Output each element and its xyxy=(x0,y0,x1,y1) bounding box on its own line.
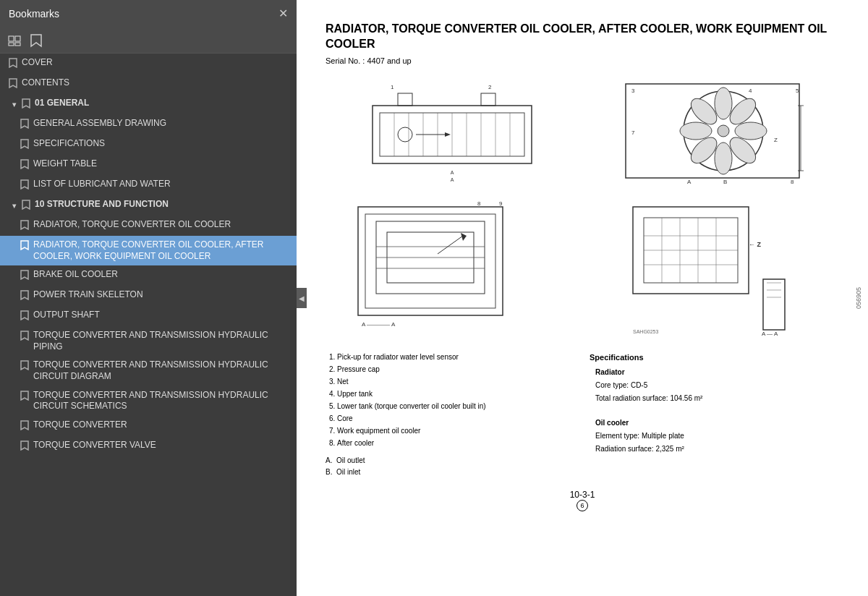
close-button[interactable]: ✕ xyxy=(278,8,288,20)
sidebar-item-label-radiator-torque-2: RADIATOR, TORQUE CONVERTER OIL COOLER, A… xyxy=(33,239,291,262)
svg-marker-23 xyxy=(445,132,451,137)
side-code: 056905 xyxy=(855,287,862,309)
svg-text:A: A xyxy=(451,170,454,175)
spec-oil-cooler: Oil cooler Element type: Multiple plate … xyxy=(590,417,839,455)
sidebar-item-torque-circuit-schematics[interactable]: TORQUE CONVERTER AND TRANSMISSION HYDRAU… xyxy=(0,386,297,416)
svg-text:5: 5 xyxy=(796,88,799,94)
sidebar-item-label-torque-converter: TORQUE CONVERTER xyxy=(33,420,291,431)
parts-list-item: Pressure cap xyxy=(337,364,575,375)
sidebar-item-contents[interactable]: CONTENTS xyxy=(0,74,297,94)
sidebar-item-brake-oil-cooler[interactable]: BRAKE OIL COOLER xyxy=(0,265,297,286)
expand-arrow-general: ▾ xyxy=(9,99,19,109)
sidebar-item-label-torque-hydraulic-piping: TORQUE CONVERTER AND TRANSMISSION HYDRAU… xyxy=(33,330,291,352)
sidebar-item-radiator-torque-2[interactable]: RADIATOR, TORQUE CONVERTER OIL COOLER, A… xyxy=(0,236,297,265)
sidebar: Bookmarks ✕ xyxy=(0,0,297,596)
parts-list-item: Upper tank xyxy=(337,388,575,400)
sidebar-item-lubricant-water[interactable]: LIST OF LUBRICANT AND WATER xyxy=(0,175,297,195)
svg-text:A — A: A — A xyxy=(762,331,778,337)
sidebar-item-radiator-torque-1[interactable]: RADIATOR, TORQUE CONVERTER OIL COOLER xyxy=(0,216,297,236)
content-panel: RADIATOR, TORQUE CONVERTER OIL COOLER, A… xyxy=(297,0,868,596)
diagram-top-right: 3 4 5 7 A B 8 Z xyxy=(586,77,839,192)
sidebar-item-cover[interactable]: COVER xyxy=(0,54,297,74)
sidebar-section-01-general[interactable]: ▾ 01 GENERAL xyxy=(0,94,297,114)
collapse-sidebar-button[interactable]: ◀ xyxy=(297,288,307,308)
parts-list-item: Core xyxy=(337,413,575,425)
svg-text:A: A xyxy=(687,179,692,185)
sidebar-content[interactable]: COVER CONTENTS ▾ 01 GENERAL GENERAL ASSE… xyxy=(0,54,297,596)
svg-text:2: 2 xyxy=(488,84,492,90)
svg-text:4: 4 xyxy=(749,88,752,94)
svg-point-26 xyxy=(715,88,732,119)
svg-text:7: 7 xyxy=(631,129,635,136)
diagram-top-left: 1 2 A A xyxy=(326,77,579,192)
sidebar-item-label-torque-circuit-diagram: TORQUE CONVERTER AND TRANSMISSION HYDRAU… xyxy=(33,359,291,382)
svg-text:1: 1 xyxy=(391,84,394,90)
sidebar-item-torque-circuit-diagram[interactable]: TORQUE CONVERTER AND TRANSMISSION HYDRAU… xyxy=(0,356,297,386)
bookmark-view-icon[interactable] xyxy=(27,32,45,49)
spec-oil-cooler-element: Element type: Multiple plate xyxy=(590,430,839,442)
svg-text:A  ————  A: A ———— A xyxy=(362,321,396,328)
parts-list-item: Net xyxy=(337,376,575,388)
label-A: A. Oil outlet xyxy=(326,455,575,467)
spec-oil-cooler-radiation: Radiation surface: 2,325 m² xyxy=(590,443,839,455)
spec-radiator-core: Core type: CD-5 xyxy=(590,380,839,391)
expand-arrow-structure: ▾ xyxy=(9,200,19,210)
sidebar-item-label-cover: COVER xyxy=(22,57,291,69)
serial-number: Serial No. : 4407 and up xyxy=(326,56,839,65)
diagram-bottom-left: 8 9 A ———— A xyxy=(326,200,579,337)
svg-text:SAHG0253: SAHG0253 xyxy=(633,329,659,334)
sidebar-item-label-torque-circuit-schematics: TORQUE CONVERTER AND TRANSMISSION HYDRAU… xyxy=(33,390,291,412)
svg-rect-2 xyxy=(9,43,14,46)
svg-rect-16 xyxy=(481,93,495,106)
sidebar-item-general-assembly[interactable]: GENERAL ASSEMBLY DRAWING xyxy=(0,114,297,135)
sidebar-item-torque-converter[interactable]: TORQUE CONVERTER xyxy=(0,416,297,436)
sidebar-item-label-lubricant-water: LIST OF LUBRICANT AND WATER xyxy=(33,179,291,190)
svg-text:B: B xyxy=(723,179,727,185)
spec-title: Specifications xyxy=(590,352,839,365)
parts-list-item: Lower tank (torque converter oil cooler … xyxy=(337,401,575,412)
svg-point-30 xyxy=(715,142,732,174)
diagrams-grid: 1 2 A A xyxy=(326,77,839,337)
main-container: Bookmarks ✕ xyxy=(0,0,868,596)
specifications-section: Specifications Radiator Core type: CD-5 … xyxy=(590,352,839,478)
svg-rect-1 xyxy=(15,36,20,41)
sidebar-header: Bookmarks ✕ xyxy=(0,0,297,27)
sidebar-item-weight-table[interactable]: WEIGHT TABLE xyxy=(0,155,297,175)
sidebar-item-label-contents: CONTENTS xyxy=(22,77,291,89)
sidebar-item-label-radiator-torque-1: RADIATOR, TORQUE CONVERTER OIL COOLER xyxy=(33,219,291,231)
sidebar-item-torque-hydraulic-piping[interactable]: TORQUE CONVERTER AND TRANSMISSION HYDRAU… xyxy=(0,326,297,356)
parts-and-labels: Pick-up for radiator water level sensor … xyxy=(326,352,575,478)
sidebar-item-label-power-train: POWER TRAIN SKELETON xyxy=(33,289,291,301)
svg-text:Z: Z xyxy=(774,137,778,143)
diagram-bottom-right: ← Z A — A SAHG0253 xyxy=(586,200,839,337)
svg-text:A: A xyxy=(451,177,454,182)
svg-rect-46 xyxy=(358,207,503,315)
sidebar-item-specifications[interactable]: SPECIFICATIONS xyxy=(0,135,297,155)
parts-list-item: Pick-up for radiator water level sensor xyxy=(337,352,575,363)
sidebar-item-label-10-structure: 10 STRUCTURE AND FUNCTION xyxy=(35,199,291,210)
labels-list: A. Oil outlet B. Oil inlet xyxy=(326,455,575,478)
svg-text:3: 3 xyxy=(631,88,635,94)
spec-oil-cooler-label: Oil cooler xyxy=(595,419,629,427)
svg-point-34 xyxy=(718,125,729,137)
svg-text:8: 8 xyxy=(477,200,481,207)
sidebar-section-10-structure[interactable]: ▾ 10 STRUCTURE AND FUNCTION xyxy=(0,195,297,216)
spec-radiator-radiation: Total radiation surface: 104.56 m² xyxy=(590,393,839,404)
svg-text:← Z: ← Z xyxy=(749,241,762,248)
sidebar-item-label-weight-table: WEIGHT TABLE xyxy=(33,158,291,170)
sidebar-item-power-train[interactable]: POWER TRAIN SKELETON xyxy=(0,286,297,306)
parts-list-item: Work equipment oil cooler xyxy=(337,425,575,437)
list-view-icon[interactable] xyxy=(6,32,23,49)
sidebar-item-output-shaft[interactable]: OUTPUT SHAFT xyxy=(0,306,297,326)
sidebar-item-label-01-general: 01 GENERAL xyxy=(35,98,291,109)
svg-point-32 xyxy=(680,122,712,140)
page-title: RADIATOR, TORQUE CONVERTER OIL COOLER, A… xyxy=(326,22,839,52)
bottom-section: Pick-up for radiator water level sensor … xyxy=(326,352,839,478)
svg-text:8: 8 xyxy=(791,179,794,185)
sidebar-item-label-specifications: SPECIFICATIONS xyxy=(33,138,291,150)
sidebar-item-torque-converter-valve[interactable]: TORQUE CONVERTER VALVE xyxy=(0,436,297,456)
spec-radiator-label: Radiator xyxy=(595,368,625,376)
svg-text:9: 9 xyxy=(499,200,503,207)
svg-rect-0 xyxy=(9,36,14,41)
svg-rect-68 xyxy=(763,279,785,330)
